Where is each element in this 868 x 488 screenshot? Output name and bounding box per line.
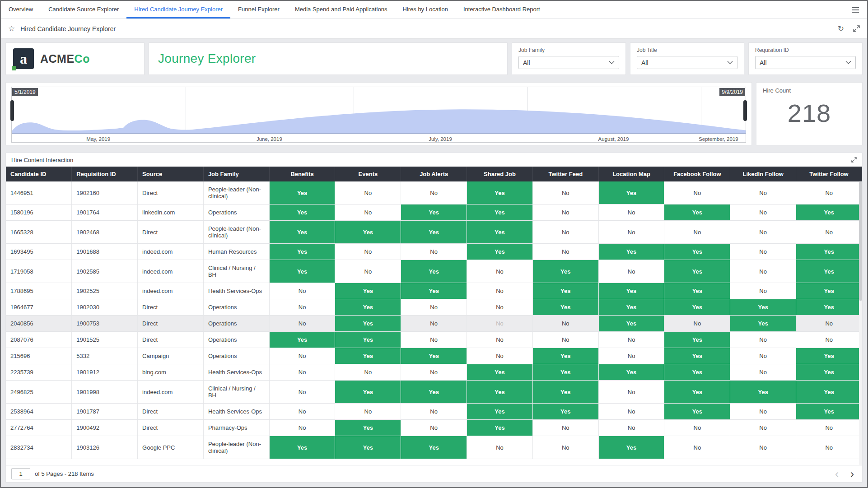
column-header-likedin-follow[interactable]: LikedIn Follow (730, 167, 796, 181)
favorite-star-icon[interactable]: ☆ (8, 24, 15, 33)
cell-twitter-feed: No (532, 420, 598, 436)
cell-source: Direct (138, 404, 204, 420)
filter-row: Job FamilyAllJob TitleAllRequisition IDA… (512, 42, 863, 75)
tab-overview[interactable]: Overview (1, 1, 41, 19)
column-header-job-family[interactable]: Job Family (203, 167, 269, 181)
table-row[interactable]: 28327341903126Google PPCPeople-leader (N… (6, 436, 862, 459)
brand-name: ACMECo (40, 52, 90, 65)
hire-count-value: 218 (763, 98, 856, 128)
filter-dropdown-job-title[interactable]: All (637, 56, 737, 69)
cell-candidate-id: 1719058 (6, 260, 72, 283)
cell-candidate-id: 2040856 (6, 316, 72, 332)
cell-events: No (335, 364, 401, 381)
cell-location-map: No (598, 260, 664, 283)
cell-job-alerts: Yes (401, 260, 467, 283)
cell-twitter-follow: Yes (796, 404, 862, 420)
cell-shared-job: Yes (467, 364, 533, 381)
cell-events: Yes (335, 436, 401, 459)
table-row[interactable]: 17190581902585indeed.comClinical / Nursi… (6, 260, 862, 283)
cell-likedin-follow: No (730, 436, 796, 459)
filter-dropdown-requisition-id[interactable]: All (755, 56, 856, 69)
cell-location-map: Yes (598, 244, 664, 260)
widget-expand-icon[interactable] (851, 157, 857, 163)
cell-likedin-follow: Yes (730, 381, 796, 404)
table-row[interactable]: 27727641900492DirectPharmacy-OpsNoYesNoY… (6, 420, 862, 436)
cell-likedin-follow: No (730, 283, 796, 299)
cell-twitter-feed: Yes (532, 404, 598, 420)
section-title: Hire Content Interaction (11, 157, 73, 163)
dashboard-title: Journey Explorer (158, 51, 256, 66)
cell-job-alerts: No (401, 316, 467, 332)
table-row[interactable]: 22357391901912bing.comHealth Services-Op… (6, 364, 862, 381)
cell-location-map: No (598, 332, 664, 348)
hire-volume-area-chart (12, 87, 746, 134)
cell-job-alerts: Yes (401, 283, 467, 299)
tab-funnel-explorer[interactable]: Funnel Explorer (230, 1, 287, 19)
range-handle-left[interactable] (10, 100, 14, 121)
cell-likedin-follow: No (730, 244, 796, 260)
dashboard-content: a ACMECo Journey Explorer Job FamilyAllJ… (1, 39, 867, 487)
table-row[interactable]: 2156965332CampaignOperationsNoYesYesNoYe… (6, 348, 862, 364)
vertical-scrollbar[interactable] (859, 182, 862, 465)
cell-twitter-follow: Yes (796, 244, 862, 260)
column-header-benefits[interactable]: Benefits (269, 167, 335, 181)
cell-job-alerts: No (401, 244, 467, 260)
column-header-shared-job[interactable]: Shared Job (467, 167, 533, 181)
range-start-badge: 5/1/2019 (12, 88, 38, 96)
scrollbar-thumb[interactable] (859, 182, 862, 301)
cell-facebook-follow: No (664, 436, 730, 459)
next-page-icon[interactable]: › (850, 469, 854, 479)
column-header-job-alerts[interactable]: Job Alerts (401, 167, 467, 181)
cell-likedin-follow: No (730, 181, 796, 204)
column-header-twitter-feed[interactable]: Twitter Feed (532, 167, 598, 181)
page-number-input[interactable] (11, 468, 30, 479)
column-header-facebook-follow[interactable]: Facebook Follow (664, 167, 730, 181)
hire-content-interaction-widget: Hire Content Interaction Candidate IDReq… (5, 153, 863, 483)
previous-page-icon[interactable]: ‹ (835, 469, 839, 479)
column-header-location-map[interactable]: Location Map (598, 167, 664, 181)
table-row[interactable]: 15801961901764linkedin.comOperationsYesN… (6, 204, 862, 221)
header-row: a ACMECo Journey Explorer Job FamilyAllJ… (5, 42, 863, 75)
cell-source: Direct (138, 420, 204, 436)
tab-interactive-dashboard-report[interactable]: Interactive Dashboard Report (456, 1, 548, 19)
cell-job-family: People-leader (Non-clinical) (203, 181, 269, 204)
table-row[interactable]: 17886951902525indeed.comHealth Services-… (6, 283, 862, 299)
table-row[interactable]: 25389641901787DirectHealth Services-OpsN… (6, 404, 862, 420)
table-row[interactable]: 24968251901998indeed.comClinical / Nursi… (6, 381, 862, 404)
cell-twitter-feed: Yes (532, 283, 598, 299)
tab-hires-by-location[interactable]: Hires by Location (395, 1, 455, 19)
table-row[interactable]: 16934951901688indeed.comHuman ResourcesY… (6, 244, 862, 260)
column-header-requisition-id[interactable]: Requisition ID (72, 167, 138, 181)
tab-hired-candidate-journey-explorer[interactable]: Hired Candidate Journey Explorer (126, 1, 230, 19)
table-row[interactable]: 14469511902160DirectPeople-leader (Non-c… (6, 181, 862, 204)
cell-job-family: Operations (203, 204, 269, 221)
table-row[interactable]: 19646771902030DirectOperationsNoYesNoNoY… (6, 299, 862, 316)
column-header-events[interactable]: Events (335, 167, 401, 181)
column-header-candidate-id[interactable]: Candidate ID (6, 167, 72, 181)
cell-job-family: People-leader (Non-clinical) (203, 221, 269, 244)
refresh-icon[interactable]: ↻ (838, 24, 844, 33)
column-header-source[interactable]: Source (138, 167, 204, 181)
range-handle-right[interactable] (743, 100, 747, 121)
cell-requisition-id: 1902160 (72, 181, 138, 204)
table-row[interactable]: 20870761901525DirectOperationsYesYesNoNo… (6, 332, 862, 348)
column-header-twitter-follow[interactable]: Twitter Follow (796, 167, 862, 181)
cell-requisition-id: 1901998 (72, 381, 138, 404)
cell-location-map: No (598, 204, 664, 221)
table-row[interactable]: 16653281902468DirectPeople-leader (Non-c… (6, 221, 862, 244)
page-title: Hired Candidate Journey Explorer (20, 25, 116, 33)
fullscreen-expand-icon[interactable] (853, 25, 860, 32)
hamburger-menu-icon[interactable] (844, 1, 867, 19)
filter-dropdown-job-family[interactable]: All (518, 56, 619, 69)
tab-media-spend-and-paid-applications[interactable]: Media Spend and Paid Applications (287, 1, 395, 19)
cell-likedin-follow: Yes (730, 316, 796, 332)
cell-facebook-follow: Yes (664, 404, 730, 420)
table-row[interactable]: 20408561900753DirectOperationsNoYesNoNoN… (6, 316, 862, 332)
cell-candidate-id: 1788695 (6, 283, 72, 299)
pager-controls: ‹ › (835, 469, 857, 479)
cell-twitter-feed: Yes (532, 348, 598, 364)
cell-shared-job: Yes (467, 204, 533, 221)
tab-candidate-source-explorer[interactable]: Candidate Source Explorer (41, 1, 126, 19)
cell-likedin-follow: No (730, 332, 796, 348)
cell-job-family: People-leader (Non-clinical) (203, 436, 269, 459)
